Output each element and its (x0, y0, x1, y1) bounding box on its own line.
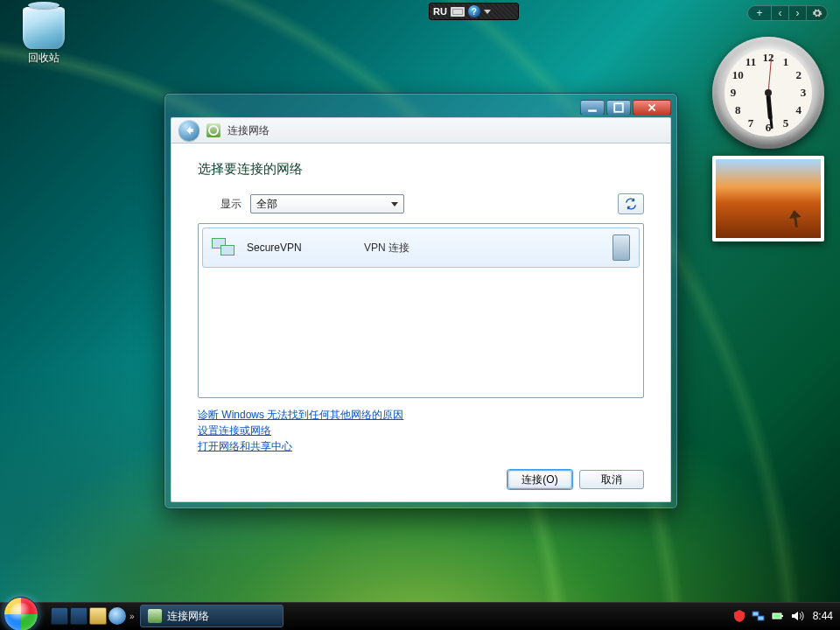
sidebar-prev-button[interactable]: ‹ (772, 5, 789, 21)
recycle-bin-label: 回收站 (16, 51, 72, 66)
window-client-area: 选择要连接的网络 显示 全部 SecureVPN VPN 连接 诊断 Windo… (171, 144, 671, 502)
close-button[interactable] (633, 100, 671, 116)
clock-numeral: 1 (783, 55, 789, 69)
svg-rect-5 (781, 615, 783, 617)
page-heading: 选择要连接的网络 (198, 161, 644, 178)
clock-gadget[interactable]: 121234567891011 (712, 37, 824, 149)
window-nav-title: 连接网络 (228, 123, 270, 138)
minimize-button[interactable] (580, 100, 605, 116)
window-titlebar[interactable] (171, 100, 671, 117)
window-nav-strip: 连接网络 (171, 117, 671, 144)
clock-numeral: 2 (795, 68, 802, 82)
setup-connection-link[interactable]: 设置连接或网络 (198, 424, 271, 437)
language-indicator[interactable]: RU (433, 6, 447, 17)
svg-rect-1 (614, 103, 623, 112)
network-name: SecureVPN (247, 242, 352, 254)
recycle-bin-icon (23, 7, 65, 49)
dialog-buttons: 连接(O) 取消 (198, 454, 644, 489)
connect-button[interactable]: 连接(O) (508, 470, 572, 489)
system-tray[interactable]: 8:44 (732, 602, 833, 630)
quick-launch-overflow[interactable]: » (130, 612, 135, 621)
sidebar-add-button[interactable]: + (747, 5, 772, 21)
network-list[interactable]: SecureVPN VPN 连接 (198, 223, 644, 398)
quick-launch: » (46, 602, 140, 630)
chevron-down-icon[interactable] (484, 10, 491, 14)
network-row[interactable]: SecureVPN VPN 连接 (202, 228, 640, 268)
help-links: 诊断 Windows 无法找到任何其他网络的原因 设置连接或网络 打开网络和共享… (198, 407, 644, 454)
back-button[interactable] (178, 120, 200, 141)
sidebar-controls: + ‹ › (747, 5, 828, 21)
show-desktop-icon[interactable] (51, 607, 68, 625)
task-label: 连接网络 (167, 609, 209, 624)
keyboard-icon[interactable] (451, 7, 465, 17)
switch-windows-icon[interactable] (70, 607, 88, 625)
clock-numeral: 9 (731, 86, 737, 100)
taskbar[interactable]: » 连接网络 8:44 (0, 602, 840, 630)
clock-numeral: 4 (795, 103, 802, 117)
network-type: VPN 连接 (364, 241, 600, 256)
volume-tray-icon[interactable] (790, 609, 804, 623)
show-dropdown[interactable]: 全部 (250, 194, 404, 214)
network-icon (148, 609, 162, 623)
clock-numeral: 12 (763, 51, 774, 65)
clock-numeral: 11 (746, 55, 756, 69)
show-label: 显示 (220, 197, 242, 212)
sidebar-next-button[interactable]: › (789, 5, 807, 21)
internet-explorer-icon[interactable] (108, 607, 126, 625)
arrow-left-icon (183, 124, 195, 136)
open-network-center-link[interactable]: 打开网络和共享中心 (198, 440, 292, 452)
sidebar-settings-button[interactable] (807, 5, 828, 21)
help-icon[interactable]: ? (468, 5, 480, 18)
start-button[interactable] (4, 597, 38, 630)
clock-numeral: 5 (783, 116, 789, 130)
slideshow-gadget[interactable] (712, 156, 824, 242)
clock-pin (765, 89, 772, 96)
language-bar[interactable]: RU ? (429, 3, 519, 20)
svg-rect-4 (773, 613, 781, 619)
clock-numeral: 10 (732, 68, 744, 82)
gear-icon (812, 8, 822, 18)
network-tray-icon[interactable] (752, 609, 766, 623)
svg-rect-3 (758, 616, 764, 620)
server-icon (612, 234, 630, 261)
tray-clock[interactable]: 8:44 (813, 610, 833, 622)
explorer-icon[interactable] (89, 607, 107, 625)
svg-rect-2 (752, 612, 759, 616)
maximize-button[interactable] (606, 100, 631, 116)
security-icon[interactable] (732, 609, 746, 623)
filter-row: 显示 全部 (198, 193, 644, 214)
recycle-bin[interactable]: 回收站 (16, 7, 72, 66)
diagnose-link[interactable]: 诊断 Windows 无法找到任何其他网络的原因 (198, 409, 403, 421)
network-icon (206, 123, 220, 137)
svg-rect-0 (588, 109, 597, 111)
show-dropdown-value: 全部 (256, 197, 277, 212)
refresh-button[interactable] (618, 193, 644, 214)
clock-numeral: 7 (748, 116, 754, 130)
connect-network-window: 连接网络 选择要连接的网络 显示 全部 SecureVPN VPN 连接 诊断 … (164, 93, 678, 509)
power-tray-icon[interactable] (771, 609, 785, 623)
clock-numeral: 3 (801, 86, 807, 100)
connection-icon (212, 238, 234, 257)
clock-numeral: 8 (735, 103, 741, 117)
refresh-icon (624, 197, 638, 211)
cancel-button[interactable]: 取消 (579, 470, 644, 489)
taskbar-task-connect-network[interactable]: 连接网络 (140, 605, 284, 627)
chevron-down-icon (391, 202, 398, 206)
